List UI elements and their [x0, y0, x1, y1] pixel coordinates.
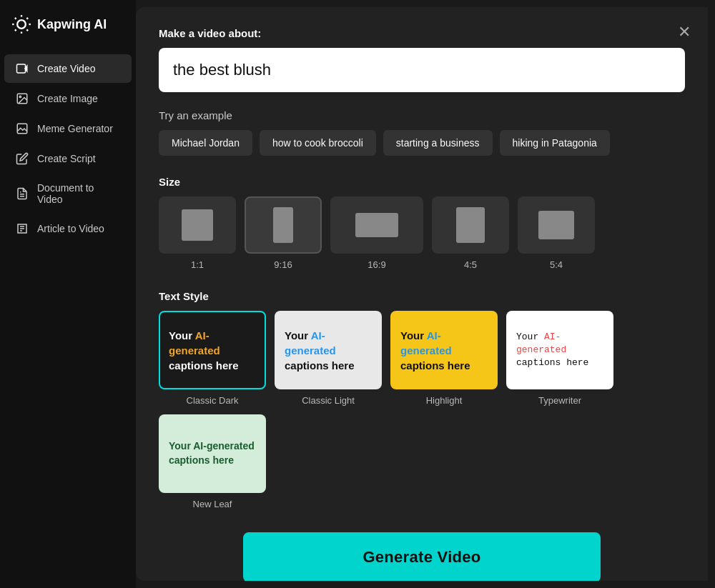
- size-options: 1:1 9:16 16:9 4:5: [159, 196, 685, 270]
- svg-point-12: [19, 96, 21, 97]
- video-topic-input[interactable]: [159, 48, 685, 92]
- sidebar-item-create-image[interactable]: Create Image: [4, 84, 132, 113]
- style-label-new-leaf: New Leaf: [193, 499, 232, 509]
- size-preview-1-1: [182, 209, 213, 241]
- examples-row: Michael Jordan how to cook broccoli star…: [159, 130, 685, 156]
- sidebar-item-label: Create Video: [37, 63, 95, 74]
- examples-section: Try an example Michael Jordan how to coo…: [159, 109, 685, 156]
- text-style-section: Text Style Your AI-generated captions he…: [159, 290, 685, 509]
- size-preview-5-4: [538, 211, 574, 239]
- style-card-classic-dark: Your AI-generated captions here: [159, 311, 266, 389]
- text-style-label: Text Style: [159, 290, 685, 302]
- sidebar-item-label: Create Image: [37, 93, 98, 104]
- svg-line-3: [15, 18, 16, 19]
- svg-line-4: [26, 29, 28, 31]
- edit-icon: [16, 152, 29, 165]
- caption-preview-classic-dark: Your AI-generated captions here: [169, 328, 256, 373]
- sidebar-item-label: Document to Video: [37, 182, 120, 205]
- example-starting-a-business[interactable]: starting a business: [383, 130, 493, 156]
- caption-preview-highlight: Your AI-generated captions here: [400, 328, 488, 373]
- style-option-classic-light[interactable]: Your AI-generated captions here Classic …: [275, 311, 382, 406]
- style-option-highlight[interactable]: Your AI-generated captions here Highligh…: [390, 311, 498, 406]
- image-icon: [16, 92, 29, 105]
- size-preview-9-16: [273, 207, 293, 243]
- caption-preview-typewriter: Your AI-generated captions here: [516, 331, 603, 370]
- size-box-5-4: [518, 196, 595, 254]
- size-ratio-label-5-4: 5:4: [550, 259, 563, 270]
- style-option-new-leaf[interactable]: Your AI-generated captions here New Leaf: [159, 414, 266, 509]
- example-how-to-cook-broccoli[interactable]: how to cook broccoli: [260, 130, 376, 156]
- style-card-typewriter: Your AI-generated captions here: [506, 311, 613, 389]
- sidebar-item-create-video[interactable]: Create Video: [4, 54, 132, 83]
- caption-preview-new-leaf: Your AI-generated captions here: [169, 439, 256, 467]
- style-option-classic-dark[interactable]: Your AI-generated captions here Classic …: [159, 311, 266, 406]
- sidebar-nav: Create Video Create Image Meme Generator: [0, 49, 136, 249]
- size-box-1-1: [159, 196, 236, 254]
- example-michael-jordan[interactable]: Michael Jordan: [159, 130, 252, 156]
- svg-line-8: [26, 18, 28, 19]
- style-label-classic-dark: Classic Dark: [187, 395, 239, 406]
- size-label: Size: [159, 176, 685, 188]
- size-preview-16-9: [355, 213, 398, 237]
- size-ratio-label-4-5: 4:5: [464, 259, 477, 270]
- style-label-highlight: Highlight: [426, 395, 463, 406]
- size-box-9-16: [245, 196, 322, 254]
- document-icon: [16, 187, 29, 200]
- article-icon: [16, 222, 29, 235]
- svg-point-0: [17, 20, 26, 29]
- video-icon: [16, 62, 29, 75]
- sidebar-item-create-script[interactable]: Create Script: [4, 144, 132, 173]
- size-ratio-label-9-16: 9:16: [274, 259, 292, 270]
- svg-rect-9: [17, 64, 26, 73]
- style-option-typewriter[interactable]: Your AI-generated captions here Typewrit…: [506, 311, 613, 406]
- examples-label: Try an example: [159, 109, 685, 121]
- size-ratio-label-16-9: 16:9: [368, 259, 385, 270]
- svg-line-7: [15, 29, 16, 31]
- style-label-typewriter: Typewriter: [538, 395, 581, 406]
- sidebar-item-meme-generator[interactable]: Meme Generator: [4, 114, 132, 143]
- sidebar-item-document-to-video[interactable]: Document to Video: [4, 174, 132, 213]
- size-section: Size 1:1 9:16 16:9: [159, 176, 685, 270]
- style-options: Your AI-generated captions here Classic …: [159, 311, 685, 509]
- sidebar: Kapwing AI Create Video Create Image: [0, 0, 136, 588]
- size-box-4-5: [432, 196, 509, 254]
- generate-button[interactable]: Generate Video: [243, 532, 601, 581]
- size-box-16-9: [330, 196, 423, 254]
- size-option-16-9[interactable]: 16:9: [330, 196, 423, 270]
- dialog-title: Make a video about:: [159, 27, 685, 39]
- size-ratio-label-1-1: 1:1: [191, 259, 204, 270]
- size-option-9-16[interactable]: 9:16: [245, 196, 322, 270]
- size-option-5-4[interactable]: 5:4: [518, 196, 595, 270]
- sidebar-item-label: Meme Generator: [37, 123, 113, 134]
- sidebar-item-article-to-video[interactable]: Article to Video: [4, 214, 132, 243]
- size-option-1-1[interactable]: 1:1: [159, 196, 236, 270]
- sun-icon: [11, 14, 31, 34]
- close-button[interactable]: ✕: [675, 21, 694, 43]
- app-name: Kapwing AI: [37, 17, 107, 32]
- sidebar-logo: Kapwing AI: [0, 0, 136, 49]
- svg-rect-13: [17, 124, 27, 134]
- style-card-classic-light: Your AI-generated captions here: [275, 311, 382, 389]
- style-card-highlight: Your AI-generated captions here: [390, 311, 498, 389]
- style-card-new-leaf: Your AI-generated captions here: [159, 414, 266, 493]
- main-dialog: ✕ Make a video about: Try an example Mic…: [136, 7, 708, 581]
- sidebar-item-label: Create Script: [37, 153, 96, 164]
- size-preview-4-5: [456, 207, 485, 243]
- example-hiking-in-patagonia[interactable]: hiking in Patagonia: [500, 130, 610, 156]
- landscape-icon: [16, 122, 29, 135]
- sidebar-item-label: Article to Video: [37, 223, 104, 234]
- caption-preview-classic-light: Your AI-generated captions here: [285, 328, 372, 373]
- style-label-classic-light: Classic Light: [302, 395, 355, 406]
- size-option-4-5[interactable]: 4:5: [432, 196, 509, 270]
